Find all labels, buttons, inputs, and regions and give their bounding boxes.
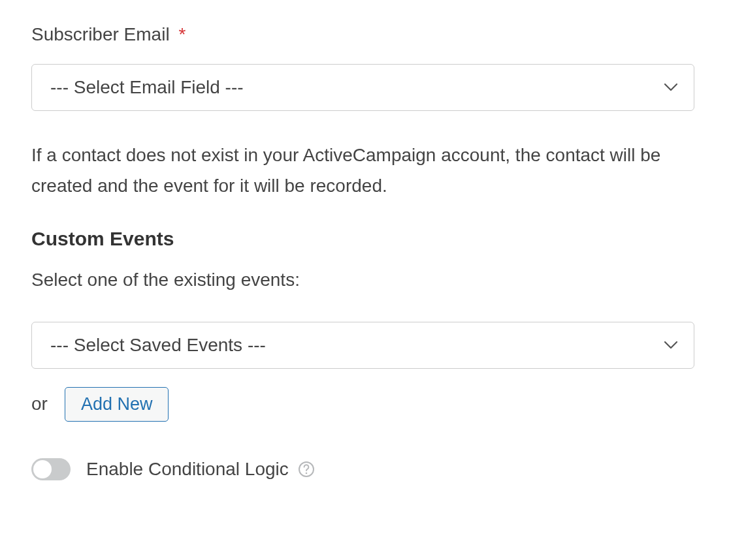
toggle-knob bbox=[33, 460, 52, 478]
subscriber-email-select-value: --- Select Email Field --- bbox=[50, 77, 244, 98]
conditional-logic-label-text: Enable Conditional Logic bbox=[86, 459, 289, 480]
help-icon[interactable] bbox=[298, 461, 315, 478]
required-asterisk: * bbox=[178, 24, 186, 44]
svg-point-1 bbox=[305, 472, 307, 474]
custom-events-heading: Custom Events bbox=[31, 228, 698, 250]
or-row: or Add New bbox=[31, 387, 698, 422]
contact-help-text: If a contact does not exist in your Acti… bbox=[31, 140, 694, 202]
add-new-button[interactable]: Add New bbox=[65, 387, 169, 422]
subscriber-email-label: Subscriber Email * bbox=[31, 23, 698, 46]
subscriber-email-select[interactable]: --- Select Email Field --- bbox=[31, 64, 694, 111]
saved-events-select[interactable]: --- Select Saved Events --- bbox=[31, 322, 694, 369]
or-text: or bbox=[31, 394, 48, 414]
subscriber-email-label-text: Subscriber Email bbox=[31, 24, 170, 44]
conditional-logic-label: Enable Conditional Logic bbox=[86, 459, 315, 480]
conditional-logic-row: Enable Conditional Logic bbox=[31, 458, 698, 480]
conditional-logic-toggle[interactable] bbox=[31, 458, 71, 480]
chevron-down-icon bbox=[664, 83, 678, 92]
custom-events-subtext: Select one of the existing events: bbox=[31, 270, 698, 290]
saved-events-select-value: --- Select Saved Events --- bbox=[50, 335, 266, 356]
chevron-down-icon bbox=[664, 341, 678, 350]
